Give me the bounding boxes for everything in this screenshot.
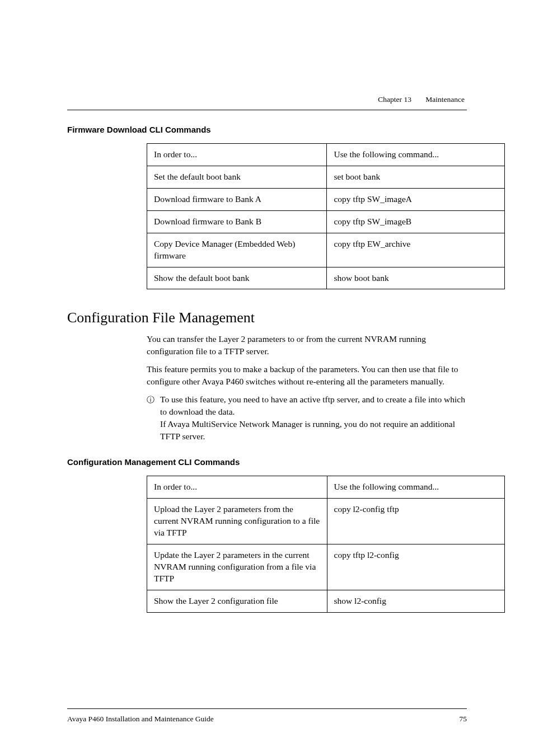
- col-header-right: Use the following command...: [327, 144, 505, 166]
- table-row: Show the default boot bank show boot ban…: [147, 267, 505, 289]
- note-line: To use this feature, you need to have an…: [160, 395, 465, 416]
- table-row: In order to... Use the following command…: [147, 476, 505, 499]
- body-text-block: You can transfer the Layer 2 parameters …: [147, 333, 467, 443]
- firmware-cli-table: In order to... Use the following command…: [147, 143, 505, 289]
- table-row: Download firmware to Bank B copy tftp SW…: [147, 210, 505, 233]
- table-row: Download firmware to Bank A copy tftp SW…: [147, 188, 505, 210]
- cell: set boot bank: [327, 166, 505, 188]
- cell: Show the default boot bank: [147, 267, 327, 289]
- cell: Set the default boot bank: [147, 166, 327, 188]
- cell: copy tftp SW_imageA: [327, 188, 505, 210]
- table-row: In order to... Use the following command…: [147, 144, 505, 166]
- note: ⓘ To use this feature, you need to have …: [147, 393, 467, 443]
- cell: show boot bank: [327, 267, 505, 289]
- cell: copy tftp EW_archive: [327, 233, 505, 267]
- table-row: Set the default boot bank set boot bank: [147, 166, 505, 188]
- config-file-mgmt-heading: Configuration File Management: [67, 309, 467, 326]
- note-line: If Avaya MultiService Network Manager is…: [160, 419, 455, 441]
- table-row: Upload the Layer 2 parameters from the c…: [147, 499, 505, 544]
- table-row: Update the Layer 2 parameters in the cur…: [147, 544, 505, 590]
- footer-page-number: 75: [460, 715, 467, 724]
- table-row: Show the Layer 2 configuration file show…: [147, 590, 505, 612]
- col-header-left: In order to...: [147, 476, 327, 499]
- col-header-right: Use the following command...: [327, 476, 505, 499]
- chapter-title: Maintenance: [425, 95, 465, 104]
- page-footer: Avaya P460 Installation and Maintenance …: [67, 708, 467, 724]
- cell: Upload the Layer 2 parameters from the c…: [147, 499, 327, 544]
- cell: copy tftp SW_imageB: [327, 210, 505, 233]
- note-text: To use this feature, you need to have an…: [160, 393, 467, 443]
- cell: Update the Layer 2 parameters in the cur…: [147, 544, 327, 590]
- info-icon: ⓘ: [147, 395, 154, 406]
- chapter-label: Chapter 13: [378, 95, 411, 104]
- cell: copy l2-config tftp: [327, 499, 505, 544]
- footer-doc-title: Avaya P460 Installation and Maintenance …: [67, 715, 214, 724]
- config-cli-table: In order to... Use the following command…: [147, 476, 505, 612]
- col-header-left: In order to...: [147, 144, 327, 166]
- paragraph: You can transfer the Layer 2 parameters …: [147, 333, 467, 358]
- cell: Show the Layer 2 configuration file: [147, 590, 327, 612]
- firmware-cli-heading: Firmware Download CLI Commands: [67, 125, 467, 134]
- running-header: Chapter 13 Maintenance: [67, 95, 467, 104]
- cell: Download firmware to Bank A: [147, 188, 327, 210]
- header-rule: [67, 110, 467, 110]
- page: Chapter 13 Maintenance Firmware Download…: [0, 0, 534, 756]
- cell: copy tftp l2-config: [327, 544, 505, 590]
- table-row: Copy Device Manager (Embedded Web) firmw…: [147, 233, 505, 267]
- config-cli-heading: Configuration Management CLI Commands: [67, 457, 467, 467]
- paragraph: This feature permits you to make a backu…: [147, 363, 467, 388]
- cell: show l2-config: [327, 590, 505, 612]
- cell: Download firmware to Bank B: [147, 210, 327, 233]
- cell: Copy Device Manager (Embedded Web) firmw…: [147, 233, 327, 267]
